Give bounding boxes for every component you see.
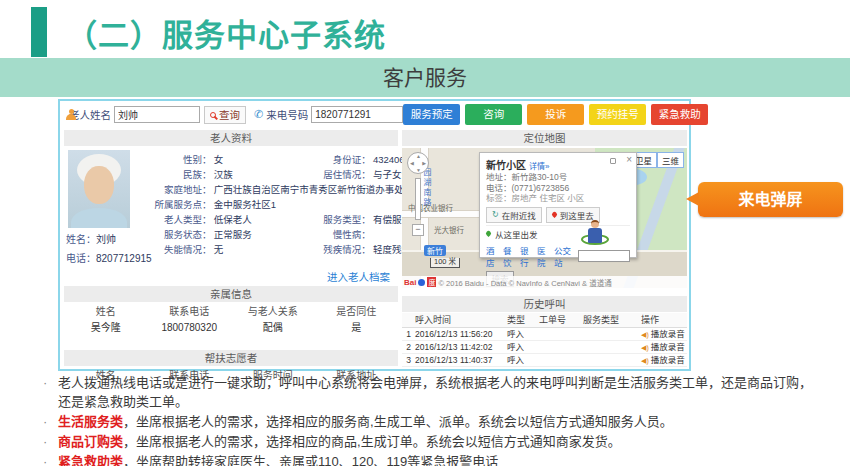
- service-type: [583, 354, 641, 366]
- baidu-paw-icon: [418, 279, 425, 286]
- bullet-item: 商品订购类，坐席根据老人的需求，选择相应的商品,生成订单。系统会以短信方式通知商…: [42, 432, 812, 451]
- compass-icon[interactable]: ▲▼◀▶: [407, 152, 429, 174]
- map-section-header: 定位地图: [402, 130, 687, 146]
- popup-pin-icon[interactable]: [610, 158, 616, 164]
- column-header: 是否同住: [315, 304, 399, 320]
- call-history-row: 2 2016/12/13 11:42:02 呼入 ◀)播放录音: [402, 341, 687, 354]
- page-title: （二）服务中心子系统: [66, 10, 386, 55]
- field-value: 汉族: [214, 167, 233, 182]
- bullet-item: 老人拨通热线电话或是进行一键求助，呼叫中心系统将会电弹屏，系统根据老人的来电呼叫…: [42, 373, 812, 411]
- elder-name-input[interactable]: [114, 106, 200, 123]
- bullet-text: ，坐席根据老人的需求，选择相应的商品,生成订单。系统会以短信方式通知商家发货。: [123, 434, 621, 449]
- zoom-slider[interactable]: [415, 178, 421, 220]
- quick-link-hospital[interactable]: 医院: [537, 244, 551, 268]
- play-recording-link[interactable]: 播放录音: [651, 341, 685, 354]
- bullet-item: 生活服务类，坐席根据老人的需求，选择相应的服务商,生成工单、派单。系统会以短信方…: [42, 412, 812, 431]
- family-section-header: 亲属信息: [64, 286, 398, 302]
- service-type: [583, 328, 641, 340]
- field-label: 家庭地址：: [152, 182, 212, 197]
- quick-link-busstop[interactable]: 公交站: [554, 244, 575, 268]
- field-label: 残疾情况：: [311, 242, 371, 257]
- field-label: 慢性病：: [311, 227, 371, 242]
- zoom-minus-icon[interactable]: −: [412, 224, 424, 236]
- play-recording-link[interactable]: 播放录音: [651, 354, 685, 367]
- popup-tags: 房地产 住宅区 小区: [512, 193, 585, 203]
- call-time: 2016/12/13 11:56:20: [415, 328, 507, 340]
- quick-link-hotel[interactable]: 酒店: [486, 244, 500, 268]
- row-index: 2: [402, 341, 415, 353]
- popup-title: 新竹小区: [486, 160, 526, 171]
- query-button[interactable]: 查询: [204, 106, 246, 124]
- volunteer-section-header: 帮扶志愿者: [64, 350, 398, 366]
- consult-button[interactable]: 咨询: [465, 104, 522, 125]
- quick-link-bank[interactable]: 银行: [520, 244, 534, 268]
- baidu-logo: Bai: [404, 278, 416, 287]
- popup-tags-label: 标签：: [486, 193, 512, 203]
- complaint-button[interactable]: 投诉: [527, 104, 584, 125]
- call-type: 呼入: [507, 341, 539, 353]
- bullet-list: 老人拨通热线电话或是进行一键求助，呼叫中心系统将会电弹屏，系统根据老人的来电呼叫…: [42, 373, 812, 466]
- goto-tab-label: 到这里去: [560, 209, 594, 221]
- column-header: 工单号: [539, 313, 583, 327]
- close-icon[interactable]: ×: [626, 154, 632, 165]
- column-header: 与老人关系: [231, 304, 315, 320]
- popup-phone-label: 电话：: [486, 183, 512, 193]
- speaker-icon: ◀): [641, 354, 649, 367]
- column-header: 呼入时间: [415, 313, 507, 327]
- profile-body: 姓名：刘帅 电话：8207712915 性别：女 身份证：43240619491…: [64, 146, 398, 266]
- elder-photo: [68, 150, 130, 228]
- field-label: 失能情况：: [152, 242, 212, 257]
- field-label: 民族：: [152, 167, 212, 182]
- field-label: 居住情况：: [311, 167, 371, 182]
- column-header: 联系电话: [148, 304, 232, 320]
- call-history-panel: 历史呼叫 呼入时间 类型 工单号 服务类型 操作 1 2016/12/13 11…: [402, 296, 687, 367]
- bullet-item: 紧急救助类，坐席帮助转接家庭医生、亲属或110、120、119等紧急报警电话: [42, 452, 812, 466]
- family-name: 吴今隆: [64, 320, 148, 336]
- field-label: 性别：: [152, 152, 212, 167]
- bullet-text: ，坐席根据老人的需求，选择相应的服务商,生成工单、派单。系统会以短信方式通知服务…: [123, 414, 673, 429]
- map-view-3d[interactable]: 三维: [657, 152, 684, 168]
- service-type: [583, 341, 641, 353]
- family-header-row: 姓名 联系电话 与老人关系 是否同住: [64, 304, 398, 320]
- map-landmark: 光大银行: [434, 224, 464, 235]
- field-value: 无: [214, 242, 224, 257]
- call-history-row: 1 2016/12/13 11:56:20 呼入 ◀)播放录音: [402, 328, 687, 341]
- enter-archive-link[interactable]: 进入老人档案: [64, 266, 398, 286]
- photo-phone-line: 电话：8207712915: [66, 252, 152, 266]
- appointment-button[interactable]: 预约挂号: [589, 104, 646, 125]
- attribution-text: © 2016 Baidu - Data © NavInfo & CenNavi …: [438, 277, 611, 288]
- emergency-button[interactable]: 紧急救助: [651, 104, 708, 125]
- nearby-search-tab[interactable]: ↻在附近找: [486, 207, 542, 223]
- popup-search-input[interactable]: [578, 250, 630, 262]
- profile-panel: 老人资料 姓名：刘帅 电话：8207712915 性别：女: [64, 130, 398, 384]
- caller-number-input[interactable]: [311, 106, 403, 123]
- field-value: 正常服务: [214, 227, 252, 242]
- title-accent-bar: [31, 7, 47, 57]
- service-booking-button[interactable]: 服务预定: [403, 104, 460, 125]
- quick-link-food[interactable]: 餐饮: [503, 244, 517, 268]
- family-table: 姓名 联系电话 与老人关系 是否同住 吴今隆 1800780320 配偶 是: [64, 304, 398, 336]
- call-history-header: 历史呼叫: [402, 296, 687, 312]
- column-header: 姓名: [64, 304, 148, 320]
- field-label: 身份证：: [311, 152, 371, 167]
- play-recording-link[interactable]: 播放录音: [651, 328, 685, 341]
- photo-phone-value: 8207712915: [96, 253, 152, 264]
- baidu-logo-du: 度: [427, 277, 436, 287]
- field-value: 女: [214, 152, 224, 167]
- popup-detail-link[interactable]: 详情»: [529, 162, 549, 171]
- field-value: 低保老人: [214, 212, 252, 227]
- photo-name-value: 刘帅: [96, 234, 116, 245]
- baidu-map[interactable]: 园湖南路 中国农业银行 光大银行 新竹 ▲▼◀▶ − 地图 卫星 三维 新竹小区…: [402, 148, 687, 288]
- nearby-icon: ↻: [492, 210, 499, 219]
- action-buttons: 服务预定 咨询 投诉 预约挂号 紧急救助: [403, 104, 708, 125]
- profile-section-header: 老人资料: [64, 130, 398, 146]
- field-label: 服务类型：: [311, 212, 371, 227]
- bullet-lead: 商品订购类: [58, 434, 123, 449]
- banner: 客户服务: [0, 58, 850, 97]
- caller-number-label: 来电号码: [266, 107, 308, 122]
- red-pin-icon: [551, 211, 558, 218]
- field-label: 所属服务点：: [152, 197, 212, 212]
- green-pin-icon: [485, 230, 492, 237]
- family-cohabit: 是: [315, 320, 399, 336]
- banner-title: 客户服务: [0, 58, 850, 97]
